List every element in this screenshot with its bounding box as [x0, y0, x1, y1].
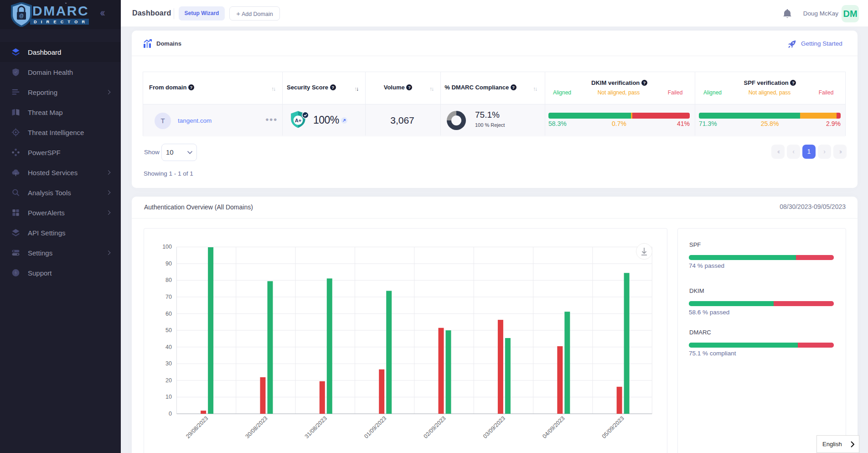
- svg-text:90: 90: [165, 260, 172, 267]
- svg-text:80: 80: [165, 277, 172, 283]
- svg-text:@: @: [19, 13, 24, 18]
- svg-text:100: 100: [162, 244, 172, 250]
- svg-text:02/09/2023: 02/09/2023: [423, 415, 447, 440]
- svg-text:30/08/2023: 30/08/2023: [244, 415, 269, 440]
- svg-text:70: 70: [165, 294, 172, 300]
- svg-text:04/09/2023: 04/09/2023: [541, 415, 566, 440]
- svg-text:30: 30: [165, 360, 172, 367]
- svg-text:40: 40: [165, 344, 172, 350]
- svg-text:20: 20: [165, 377, 172, 384]
- svg-text:0: 0: [169, 411, 172, 417]
- svg-text:10: 10: [165, 394, 172, 400]
- svg-text:A+: A+: [295, 118, 301, 123]
- svg-text:03/09/2023: 03/09/2023: [482, 415, 506, 440]
- svg-text:60: 60: [165, 311, 172, 317]
- svg-text:50: 50: [165, 327, 172, 333]
- svg-text:29/08/2023: 29/08/2023: [185, 415, 209, 440]
- svg-text:01/09/2023: 01/09/2023: [363, 415, 388, 440]
- svg-text:05/09/2023: 05/09/2023: [601, 415, 625, 440]
- svg-text:31/08/2023: 31/08/2023: [304, 415, 328, 440]
